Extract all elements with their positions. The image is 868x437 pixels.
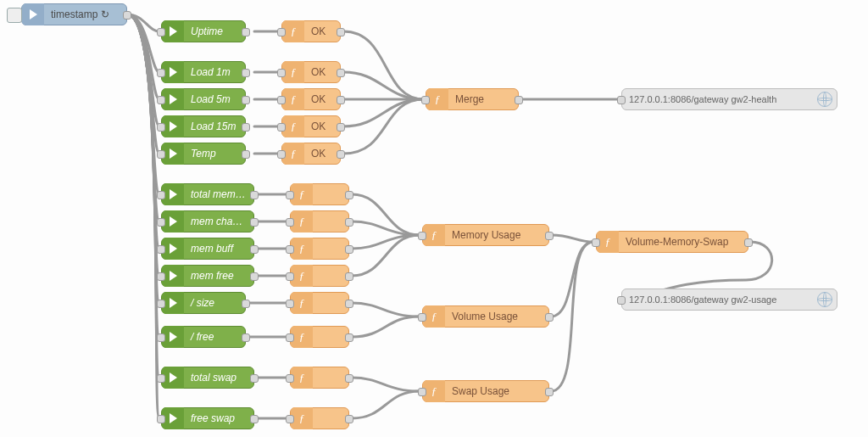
port-out[interactable] (337, 96, 345, 104)
node-func-ok-1[interactable]: ƒOK (281, 61, 341, 83)
port-in[interactable] (286, 300, 294, 308)
node-exec-total-swap[interactable]: total swap (161, 367, 254, 389)
node-exec-mem-cached[interactable]: mem chached (161, 210, 254, 233)
node-exec-root-size[interactable]: / size (161, 292, 246, 314)
port-out[interactable] (545, 313, 554, 322)
port-out[interactable] (242, 28, 250, 36)
port-in[interactable] (277, 69, 286, 77)
node-func-blank-0[interactable]: ƒ (290, 183, 349, 205)
node-func-volume-memory-swap[interactable]: ƒVolume-Memory-Swap (596, 231, 748, 253)
port-in[interactable] (418, 388, 426, 396)
port-in[interactable] (286, 415, 294, 423)
port-in[interactable] (157, 96, 165, 104)
port-out[interactable] (250, 272, 259, 281)
port-in[interactable] (286, 333, 294, 342)
port-in[interactable] (157, 245, 165, 254)
port-out[interactable] (250, 191, 259, 199)
port-out[interactable] (337, 28, 345, 36)
node-exec-mem-buff[interactable]: mem buff (161, 238, 254, 260)
port-in[interactable] (418, 313, 426, 322)
port-out[interactable] (250, 218, 259, 227)
node-func-blank-7[interactable]: ƒ (290, 407, 349, 429)
flow-canvas[interactable]: timestamp ↻ Uptime Load 1m Load 5m Load … (0, 0, 868, 437)
node-func-blank-4[interactable]: ƒ (290, 292, 349, 314)
port-out[interactable] (545, 232, 554, 240)
node-func-ok-2[interactable]: ƒOK (281, 88, 341, 110)
node-exec-root-free[interactable]: / free (161, 326, 246, 348)
node-exec-uptime[interactable]: Uptime (161, 20, 246, 42)
port-in[interactable] (286, 191, 294, 199)
port-out[interactable] (345, 300, 353, 308)
port-out[interactable] (345, 333, 353, 342)
port-in[interactable] (157, 333, 165, 342)
port-in[interactable] (277, 150, 286, 159)
node-exec-free-swap[interactable]: free swap (161, 407, 254, 429)
port-in[interactable] (157, 218, 165, 227)
port-out[interactable] (345, 374, 353, 383)
port-in[interactable] (617, 96, 626, 104)
port-out[interactable] (744, 238, 753, 247)
port-in[interactable] (277, 28, 286, 36)
node-inject-timestamp[interactable]: timestamp ↻ (21, 3, 127, 25)
port-out[interactable] (337, 69, 345, 77)
port-in[interactable] (421, 96, 430, 104)
port-in[interactable] (157, 28, 165, 36)
node-exec-load15m[interactable]: Load 15m (161, 115, 246, 137)
node-func-blank-1[interactable]: ƒ (290, 210, 349, 233)
port-in[interactable] (157, 191, 165, 199)
port-in[interactable] (592, 238, 600, 247)
port-in[interactable] (157, 374, 165, 383)
port-out[interactable] (545, 388, 554, 396)
node-http-gw2-health[interactable]: 127.0.0.1:8086/gateway gw2-health (621, 88, 837, 110)
port-in[interactable] (157, 123, 165, 132)
node-func-ok-0[interactable]: ƒOK (281, 20, 341, 42)
node-exec-total-memory[interactable]: total memory (161, 183, 254, 205)
port-in[interactable] (157, 300, 165, 308)
port-out[interactable] (250, 415, 259, 423)
port-out[interactable] (515, 96, 523, 104)
port-out[interactable] (337, 150, 345, 159)
port-in[interactable] (617, 296, 626, 305)
port-out[interactable] (337, 123, 345, 132)
port-in[interactable] (277, 123, 286, 132)
port-in[interactable] (157, 415, 165, 423)
port-in[interactable] (277, 96, 286, 104)
node-exec-temp[interactable]: Temp (161, 143, 246, 165)
port-in[interactable] (286, 374, 294, 383)
node-func-merge[interactable]: ƒMerge (426, 88, 519, 110)
port-out[interactable] (345, 191, 353, 199)
node-func-swap-usage[interactable]: ƒSwap Usage (422, 380, 549, 402)
port-out[interactable] (345, 415, 353, 423)
node-exec-load5m[interactable]: Load 5m (161, 88, 246, 110)
port-in[interactable] (418, 232, 426, 240)
port-out[interactable] (345, 272, 353, 281)
port-in[interactable] (157, 150, 165, 159)
port-out[interactable] (242, 96, 250, 104)
node-http-gw2-usage[interactable]: 127.0.0.1:8086/gateway gw2-usage (621, 289, 837, 311)
port-out[interactable] (242, 300, 250, 308)
port-out[interactable] (345, 218, 353, 227)
node-func-blank-6[interactable]: ƒ (290, 367, 349, 389)
port-in[interactable] (286, 218, 294, 227)
port-in[interactable] (157, 69, 165, 77)
node-exec-mem-free[interactable]: mem free (161, 265, 254, 287)
port-out[interactable] (123, 11, 131, 20)
node-func-blank-3[interactable]: ƒ (290, 265, 349, 287)
port-in[interactable] (157, 272, 165, 281)
port-out[interactable] (242, 333, 250, 342)
node-func-blank-5[interactable]: ƒ (290, 326, 349, 348)
port-out[interactable] (242, 69, 250, 77)
port-in[interactable] (286, 245, 294, 254)
inject-trigger-button[interactable] (7, 8, 22, 23)
node-func-ok-3[interactable]: ƒOK (281, 115, 341, 137)
port-out[interactable] (250, 245, 259, 254)
node-func-memory-usage[interactable]: ƒMemory Usage (422, 224, 549, 246)
node-func-ok-4[interactable]: ƒOK (281, 143, 341, 165)
port-out[interactable] (242, 150, 250, 159)
node-func-volume-usage[interactable]: ƒVolume Usage (422, 305, 549, 328)
node-exec-load1m[interactable]: Load 1m (161, 61, 246, 83)
node-func-blank-2[interactable]: ƒ (290, 238, 349, 260)
port-out[interactable] (250, 374, 259, 383)
port-out[interactable] (242, 123, 250, 132)
port-in[interactable] (286, 272, 294, 281)
